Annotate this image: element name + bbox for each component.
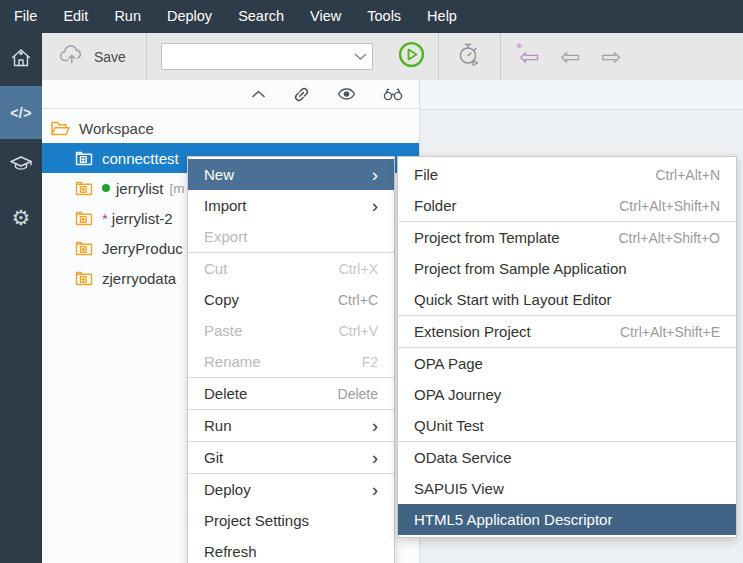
menu-item-shortcut: Ctrl+Alt+Shift+O: [618, 230, 720, 246]
menu-item-label: Project from Template: [414, 229, 560, 246]
stopwatch-icon: [457, 41, 482, 72]
menu-item-label: Rename: [204, 353, 261, 370]
menu-help[interactable]: Help: [414, 0, 470, 33]
menu-item-label: OData Service: [414, 449, 512, 466]
toolbar-separator: [500, 33, 501, 80]
cloud-save-icon: [59, 45, 85, 68]
home-icon: [10, 47, 32, 73]
sidebar-item-settings[interactable]: ⚙: [0, 192, 42, 245]
submenu-item-sapui5-view[interactable]: SAPUI5 View: [398, 473, 736, 504]
run-play-icon: [398, 41, 425, 72]
submenu-item-project-from-template[interactable]: Project from Template Ctrl+Alt+Shift+O: [398, 222, 736, 253]
context-menu-item-paste: Paste Ctrl+V: [188, 315, 394, 346]
submenu-arrow-icon: [372, 448, 378, 467]
tree-item-workspace[interactable]: Workspace: [42, 113, 419, 143]
menu-view[interactable]: View: [297, 0, 354, 33]
navigate-forward-icon[interactable]: ⇨: [601, 45, 621, 69]
menu-item-shortcut: Ctrl+V: [339, 323, 378, 339]
context-menu-item-import[interactable]: Import: [188, 190, 394, 221]
menu-item-label: QUnit Test: [414, 417, 484, 434]
folder-plus-icon: [75, 271, 93, 286]
menu-file[interactable]: File: [1, 0, 50, 33]
menu-item-label: New: [204, 166, 234, 183]
menu-deploy[interactable]: Deploy: [154, 0, 225, 33]
menubar: File Edit Run Deploy Search View Tools H…: [0, 0, 743, 33]
menu-edit[interactable]: Edit: [50, 0, 101, 33]
gear-icon: ⚙: [12, 208, 31, 229]
menu-item-label: Copy: [204, 291, 239, 308]
context-menu: New Import Export Cut Ctrl+X Copy Ctrl+C…: [187, 156, 395, 563]
submenu-arrow-icon: [372, 165, 378, 184]
submenu-item-project-from-sample-application[interactable]: Project from Sample Application: [398, 253, 736, 284]
menu-item-label: Deploy: [204, 481, 251, 498]
save-button[interactable]: Save: [42, 33, 146, 80]
folder-plus-icon: [75, 211, 93, 226]
context-menu-item-project-settings[interactable]: Project Settings: [188, 505, 394, 536]
menu-item-label: Project Settings: [204, 512, 309, 529]
submenu-item-html5-application-descriptor[interactable]: HTML5 Application Descriptor: [398, 504, 736, 535]
menu-item-label: Run: [204, 417, 232, 434]
menu-item-label: SAPUI5 View: [414, 480, 504, 497]
context-menu-item-copy[interactable]: Copy Ctrl+C: [188, 284, 394, 315]
menu-item-shortcut: Delete: [338, 386, 378, 402]
navigate-back-icon[interactable]: ⇦: [560, 45, 580, 69]
tree-item-label: zjerryodata: [102, 270, 176, 287]
menu-item-shortcut: Ctrl+C: [338, 292, 378, 308]
menu-search[interactable]: Search: [225, 0, 297, 33]
tree-item-label: Workspace: [79, 120, 154, 137]
menu-item-label: File: [414, 166, 438, 183]
submenu-arrow-icon: [372, 196, 378, 215]
submenu-item-extension-project[interactable]: Extension Project Ctrl+Alt+Shift+E: [398, 316, 736, 347]
toolbar-separator: [146, 33, 147, 80]
collapse-all-icon[interactable]: [251, 89, 266, 99]
submenu-item-qunit-test[interactable]: QUnit Test: [398, 410, 736, 441]
menu-tools[interactable]: Tools: [354, 0, 414, 33]
submenu-arrow-icon: [372, 416, 378, 435]
activity-sidebar: </> ⚙: [0, 33, 42, 563]
context-menu-item-delete[interactable]: Delete Delete: [188, 378, 394, 409]
navigation-arrows: * ⇦ ⇦ ⇨: [519, 45, 621, 69]
submenu-item-opa-journey[interactable]: OPA Journey: [398, 379, 736, 410]
new-submenu: File Ctrl+Alt+N Folder Ctrl+Alt+Shift+N …: [397, 156, 737, 538]
last-edit-location-icon[interactable]: * ⇦: [519, 45, 539, 69]
menu-item-shortcut: F2: [362, 354, 378, 370]
run-with-trace-button[interactable]: [457, 41, 482, 72]
menu-item-label: Folder: [414, 197, 457, 214]
link-editor-icon[interactable]: [293, 86, 310, 103]
chevron-down-icon[interactable]: [354, 53, 367, 61]
sidebar-item-development[interactable]: </>: [0, 86, 42, 139]
submenu-item-quick-start-with-layout-editor[interactable]: Quick Start with Layout Editor: [398, 284, 736, 315]
search-binoculars-icon[interactable]: [383, 87, 403, 101]
menu-item-shortcut: Ctrl+Alt+Shift+N: [619, 198, 720, 214]
context-menu-item-run[interactable]: Run: [188, 410, 394, 441]
branch-suffix: [m: [170, 181, 185, 196]
menu-item-label: Export: [204, 228, 247, 245]
sidebar-item-home[interactable]: [0, 33, 42, 86]
folder-plus-icon: [75, 151, 93, 166]
context-menu-item-git[interactable]: Git: [188, 442, 394, 473]
run-configuration-combobox[interactable]: [161, 43, 373, 70]
run-button[interactable]: [398, 41, 425, 72]
submenu-arrow-icon: [372, 480, 378, 499]
context-menu-item-new[interactable]: New: [188, 159, 394, 190]
sidebar-item-learning[interactable]: [0, 139, 42, 192]
run-configuration-input[interactable]: [162, 44, 354, 69]
preview-eye-icon[interactable]: [337, 88, 356, 100]
menu-item-label: Refresh: [204, 543, 257, 560]
submenu-item-file[interactable]: File Ctrl+Alt+N: [398, 159, 736, 190]
toolbar: Save *: [42, 33, 743, 80]
menu-item-label: OPA Journey: [414, 386, 501, 403]
menu-item-label: Cut: [204, 260, 227, 277]
submenu-item-folder[interactable]: Folder Ctrl+Alt+Shift+N: [398, 190, 736, 221]
edit-marker: *: [516, 41, 523, 54]
context-menu-item-deploy[interactable]: Deploy: [188, 474, 394, 505]
menu-item-label: Project from Sample Application: [414, 260, 627, 277]
submenu-item-odata-service[interactable]: OData Service: [398, 442, 736, 473]
context-menu-item-cut: Cut Ctrl+X: [188, 253, 394, 284]
menu-run[interactable]: Run: [101, 0, 154, 33]
menu-item-shortcut: Ctrl+X: [339, 261, 378, 277]
menu-item-label: Import: [204, 197, 247, 214]
submenu-item-opa-page[interactable]: OPA Page: [398, 348, 736, 379]
save-label: Save: [94, 49, 126, 65]
context-menu-item-refresh[interactable]: Refresh: [188, 536, 394, 563]
